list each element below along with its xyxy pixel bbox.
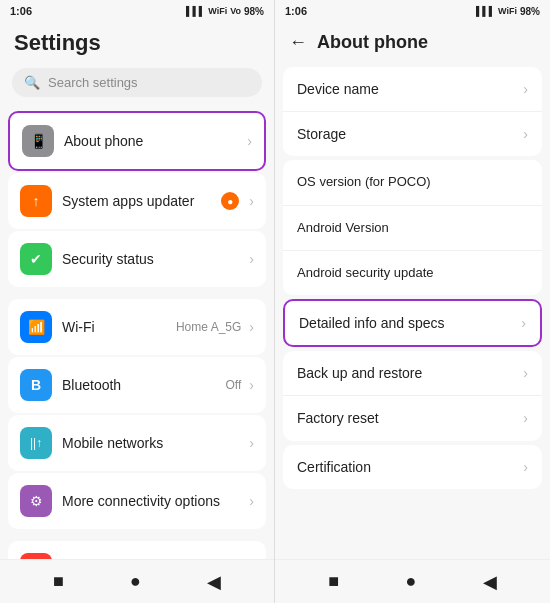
data-icon: Vo — [230, 6, 241, 16]
bluetooth-icon: B — [20, 369, 52, 401]
security-icon: ✔ — [20, 243, 52, 275]
search-icon: 🔍 — [24, 75, 40, 90]
about-phone-chevron: › — [247, 133, 252, 149]
about-phone-text: About phone — [64, 132, 243, 150]
settings-title: Settings — [0, 22, 274, 60]
backup-section: Back up and restore › Factory reset › — [283, 351, 542, 440]
settings-item-wifi[interactable]: 📶 Wi-Fi Home A_5G › — [8, 299, 266, 355]
back-button[interactable]: ← — [289, 32, 307, 53]
signal-icon: ▌▌▌ — [186, 6, 205, 16]
battery-left: 98% — [244, 6, 264, 17]
android-security-item: Android security update — [283, 251, 542, 295]
right-list: Device name › Storage › OS version (for … — [275, 59, 550, 559]
more-connectivity-icon: ⚙ — [20, 485, 52, 517]
wifi-value: Home A_5G — [176, 320, 241, 334]
status-icons-right: ▌▌▌ WiFi 98% — [476, 6, 540, 17]
detailed-info-section[interactable]: Detailed info and specs › — [283, 299, 542, 347]
right-nav-square[interactable]: ■ — [328, 571, 339, 592]
settings-item-security[interactable]: ✔ Security status › — [8, 231, 266, 287]
settings-item-system-apps[interactable]: ↑ System apps updater ● › — [8, 173, 266, 229]
info-section: OS version (for POCO) Android Version An… — [283, 160, 542, 295]
right-signal-icon: ▌▌▌ — [476, 6, 495, 16]
settings-item-lock-screen[interactable]: 🔒 Lock screen › — [8, 541, 266, 559]
left-nav-back[interactable]: ◀ — [207, 571, 221, 593]
settings-item-mobile-networks[interactable]: ||↑ Mobile networks › — [8, 415, 266, 471]
wifi-text: Wi-Fi — [62, 318, 176, 336]
device-section: Device name › Storage › — [283, 67, 542, 156]
right-nav-back[interactable]: ◀ — [483, 571, 497, 593]
security-text: Security status — [62, 250, 245, 268]
about-phone-icon: 📱 — [22, 125, 54, 157]
system-apps-chevron: › — [249, 193, 254, 209]
status-icons-left: ▌▌▌ WiFi Vo 98% — [186, 6, 264, 17]
system-apps-text: System apps updater — [62, 192, 221, 210]
right-battery: 98% — [520, 6, 540, 17]
wifi-item-icon: 📶 — [20, 311, 52, 343]
right-nav-circle[interactable]: ● — [405, 571, 416, 592]
certification-item[interactable]: Certification › — [283, 445, 542, 489]
system-apps-icon: ↑ — [20, 185, 52, 217]
factory-reset-item[interactable]: Factory reset › — [283, 396, 542, 440]
bluetooth-text: Bluetooth — [62, 376, 226, 394]
wifi-chevron: › — [249, 319, 254, 335]
right-header: ← About phone — [275, 22, 550, 59]
wifi-icon: WiFi — [208, 6, 227, 16]
left-nav-circle[interactable]: ● — [130, 571, 141, 592]
right-nav-bar: ■ ● ◀ — [275, 559, 550, 603]
right-panel: 1:06 ▌▌▌ WiFi 98% ← About phone Device n… — [275, 0, 550, 603]
detailed-info-item[interactable]: Detailed info and specs › — [285, 301, 540, 345]
search-placeholder: Search settings — [48, 75, 138, 90]
os-version-item: OS version (for POCO) — [283, 160, 542, 205]
status-bar-left: 1:06 ▌▌▌ WiFi Vo 98% — [0, 0, 274, 22]
settings-item-about-phone[interactable]: 📱 About phone › — [8, 111, 266, 171]
mobile-networks-icon: ||↑ — [20, 427, 52, 459]
more-connectivity-chevron: › — [249, 493, 254, 509]
status-bar-right: 1:06 ▌▌▌ WiFi 98% — [275, 0, 550, 22]
bluetooth-chevron: › — [249, 377, 254, 393]
settings-item-bluetooth[interactable]: B Bluetooth Off › — [8, 357, 266, 413]
android-version-item: Android Version — [283, 206, 542, 251]
right-wifi-icon: WiFi — [498, 6, 517, 16]
settings-item-more-connectivity[interactable]: ⚙ More connectivity options › — [8, 473, 266, 529]
backup-restore-item[interactable]: Back up and restore › — [283, 351, 542, 396]
time-left: 1:06 — [10, 5, 32, 17]
mobile-networks-chevron: › — [249, 435, 254, 451]
lock-screen-icon: 🔒 — [20, 553, 52, 559]
time-right: 1:06 — [285, 5, 307, 17]
bluetooth-value: Off — [226, 378, 242, 392]
device-name-item[interactable]: Device name › — [283, 67, 542, 112]
mobile-networks-text: Mobile networks — [62, 434, 245, 452]
security-chevron: › — [249, 251, 254, 267]
settings-list: 📱 About phone › ↑ System apps updater ● … — [0, 105, 274, 559]
left-panel: 1:06 ▌▌▌ WiFi Vo 98% Settings 🔍 Search s… — [0, 0, 275, 603]
storage-item[interactable]: Storage › — [283, 112, 542, 156]
right-panel-title: About phone — [317, 32, 428, 53]
search-bar[interactable]: 🔍 Search settings — [12, 68, 262, 97]
system-apps-badge: ● — [221, 192, 239, 210]
left-nav-square[interactable]: ■ — [53, 571, 64, 592]
more-connectivity-text: More connectivity options — [62, 492, 245, 510]
left-nav-bar: ■ ● ◀ — [0, 559, 274, 603]
certification-section: Certification › — [283, 445, 542, 489]
